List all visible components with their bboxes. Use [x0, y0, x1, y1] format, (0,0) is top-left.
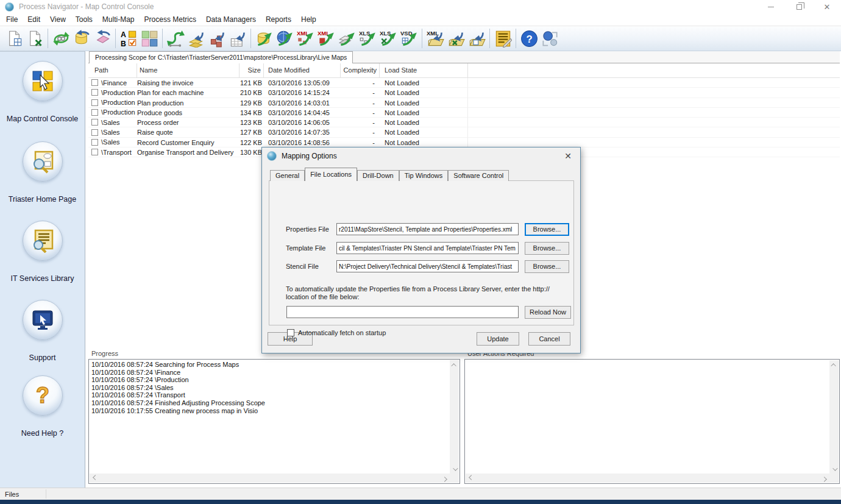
row-checkbox[interactable] — [91, 139, 98, 146]
table-row[interactable]: \SalesRaise quote127 KB03/10/2016 14:07:… — [88, 127, 840, 137]
field-input-stencil-file[interactable] — [336, 260, 519, 272]
http-location-input[interactable] — [286, 306, 519, 318]
row-checkbox[interactable] — [91, 129, 98, 136]
table-row[interactable]: \SalesProcess order123 KB03/10/2016 14:0… — [88, 118, 840, 127]
export-xml-icon[interactable]: XML — [316, 27, 336, 49]
table-row[interactable]: \ProductionPlan for each machine210 KB03… — [88, 88, 840, 98]
clean-maps-icon[interactable] — [92, 27, 113, 49]
scroll-down-icon[interactable] — [829, 464, 839, 474]
import-xml-icon[interactable]: XML — [425, 27, 445, 49]
table-row[interactable]: \SalesRecord Customer Enquiry122 KB03/10… — [88, 138, 840, 147]
progress-vertical-scrollbar[interactable] — [450, 360, 459, 474]
processing-scope-tab[interactable]: Processing Scope for C:\Triaster\Triaste… — [89, 51, 353, 63]
scroll-right-icon[interactable] — [441, 474, 450, 483]
dialog-tab-file-locations[interactable]: File Locations — [305, 168, 357, 181]
upload-layers-icon[interactable] — [186, 27, 207, 49]
column-header-load-state[interactable]: Load State — [380, 63, 468, 77]
sidebar-item-triaster-home-page[interactable]: Triaster Home Page — [0, 141, 85, 204]
menu-help[interactable]: Help — [296, 13, 321, 26]
need-help-icon[interactable]: ? — [23, 375, 63, 416]
upload-map-icon[interactable] — [227, 27, 248, 49]
field-input-properties-file[interactable] — [336, 223, 519, 235]
fetch-on-startup-checkbox[interactable] — [287, 329, 294, 336]
help-icon[interactable]: ? — [519, 27, 539, 49]
refresh-database-icon[interactable] — [71, 27, 92, 49]
row-checkbox[interactable] — [91, 79, 98, 86]
browse-button-1[interactable]: Browse... — [525, 223, 569, 236]
scroll-up-icon[interactable] — [450, 360, 459, 369]
menu-view[interactable]: View — [45, 13, 71, 26]
it-services-library-icon[interactable] — [23, 221, 63, 261]
dialog-tab-general[interactable]: General — [270, 170, 305, 181]
scroll-left-icon[interactable] — [90, 474, 99, 483]
map-control-console-icon[interactable] — [23, 61, 63, 101]
row-checkbox[interactable] — [91, 99, 98, 106]
report-icon[interactable] — [492, 27, 513, 49]
field-input-template-file[interactable] — [336, 242, 519, 254]
browse-button-2[interactable]: Browse... — [525, 242, 569, 255]
minimize-button[interactable] — [757, 0, 785, 13]
menu-tools[interactable]: Tools — [71, 13, 98, 26]
sync-icon[interactable] — [165, 27, 186, 49]
refresh-links-icon[interactable] — [51, 27, 71, 49]
export-sheets-icon[interactable] — [336, 27, 357, 49]
new-map-icon[interactable] — [4, 27, 24, 49]
dialog-tab-software-control[interactable]: Software Control — [448, 170, 509, 181]
table-row[interactable]: \ProductionProduce goods134 KB03/10/2016… — [88, 108, 840, 118]
row-checkbox[interactable] — [91, 119, 98, 126]
progress-horizontal-scrollbar[interactable] — [90, 474, 450, 483]
column-header-size[interactable]: Size — [240, 63, 264, 77]
scroll-right-icon[interactable] — [820, 474, 829, 483]
user-actions-vertical-scrollbar[interactable] — [829, 360, 839, 474]
column-header-date-modified[interactable]: Date Modified — [264, 63, 341, 77]
export-xml-tree-icon[interactable]: XML — [295, 27, 316, 49]
triaster-home-page-icon[interactable] — [23, 141, 63, 182]
dialog-title-bar[interactable]: Mapping Options ✕ — [262, 147, 580, 164]
dialog-close-icon[interactable]: ✕ — [556, 151, 580, 161]
import-visio-icon[interactable] — [466, 27, 487, 49]
dialog-tab-tip-windows[interactable]: Tip Windows — [399, 170, 449, 181]
column-header-complexity[interactable]: Complexity — [341, 63, 380, 77]
upload-blocks-icon[interactable] — [207, 27, 227, 49]
export-vsd-icon[interactable]: VSD — [399, 27, 419, 49]
menu-multi-map[interactable]: Multi-Map — [98, 13, 140, 26]
sidebar-item-map-control-console[interactable]: Map Control Console — [0, 61, 85, 123]
support-icon[interactable] — [23, 300, 63, 340]
menu-process-metrics[interactable]: Process Metrics — [140, 13, 201, 26]
table-row[interactable]: \FinanceRaising the invoice121 KB03/10/2… — [88, 78, 840, 88]
column-header-path[interactable]: Path — [88, 63, 137, 77]
dialog-tab-drill-down[interactable]: Drill-Down — [357, 170, 399, 181]
ab-compare-icon[interactable]: AB — [118, 27, 139, 49]
browse-button-3[interactable]: Browse... — [525, 260, 569, 273]
export-database-icon[interactable] — [254, 27, 274, 49]
export-xls-icon[interactable]: XLS — [378, 27, 399, 49]
menu-reports[interactable]: Reports — [261, 13, 296, 26]
sidebar-item-support[interactable]: Support — [0, 300, 85, 362]
menu-edit[interactable]: Edit — [23, 13, 45, 26]
column-header-name[interactable]: Name — [137, 63, 240, 77]
restore-button[interactable] — [785, 0, 813, 13]
export-web-icon[interactable] — [274, 27, 295, 49]
publish-icon[interactable] — [539, 27, 560, 49]
scroll-down-icon[interactable] — [450, 464, 459, 474]
scroll-up-icon[interactable] — [829, 360, 839, 369]
update-button[interactable]: Update — [477, 332, 519, 346]
export-xls-data-icon[interactable]: XLS — [357, 27, 378, 49]
scroll-left-icon[interactable] — [466, 474, 475, 483]
row-checkbox[interactable] — [91, 109, 98, 116]
dialog-tabs: GeneralFile LocationsDrill-DownTip Windo… — [270, 168, 509, 181]
close-button[interactable]: ✕ — [813, 0, 841, 13]
table-row[interactable]: \ProductionPlan production129 KB03/10/20… — [88, 98, 840, 108]
cancel-button[interactable]: Cancel — [528, 332, 570, 346]
delete-map-icon[interactable] — [24, 27, 45, 49]
row-checkbox[interactable] — [91, 89, 98, 96]
import-excel-icon[interactable] — [445, 27, 466, 49]
sidebar-item-it-services-library[interactable]: IT Services Library — [0, 221, 85, 283]
user-actions-horizontal-scrollbar[interactable] — [466, 474, 829, 483]
reload-now-button[interactable]: Reload Now — [525, 306, 571, 319]
menu-file[interactable]: File — [1, 13, 23, 26]
color-matrix-icon[interactable] — [139, 27, 160, 49]
sidebar-item-need-help[interactable]: ?Need Help ? — [0, 375, 85, 438]
row-checkbox[interactable] — [91, 149, 98, 155]
menu-data-managers[interactable]: Data Managers — [201, 13, 261, 26]
